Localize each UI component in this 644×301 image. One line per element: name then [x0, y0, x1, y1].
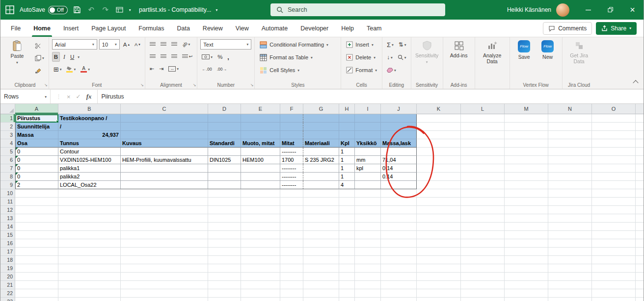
share-button[interactable]: Share ▾	[596, 22, 637, 35]
cell-I1[interactable]	[355, 114, 381, 123]
addins-button[interactable]: Add-ins	[446, 39, 472, 58]
cell-A3[interactable]: Massa	[15, 131, 58, 139]
cell-C6[interactable]: HEM-Profiili, kuumavalssattu	[121, 156, 208, 164]
undo-icon[interactable]: ↶	[86, 4, 96, 15]
cell-J20[interactable]	[381, 273, 417, 281]
cell-A1[interactable]: Piirustus	[15, 114, 58, 123]
cell-M10[interactable]	[505, 189, 548, 198]
cell-C8[interactable]	[121, 173, 208, 181]
cell-E11[interactable]	[241, 198, 280, 206]
cell-O16[interactable]	[592, 239, 636, 248]
quick-table-icon[interactable]	[115, 4, 125, 15]
qat-customize-chevron[interactable]: ▾	[129, 8, 131, 12]
cell-7[interactable]	[636, 164, 644, 173]
cell-H4[interactable]: Kpl	[339, 139, 355, 148]
cell-M6[interactable]	[505, 156, 548, 164]
cell-K17[interactable]	[417, 248, 461, 256]
cell-M9[interactable]	[505, 181, 548, 189]
number-format-select[interactable]: Text▾	[200, 39, 251, 50]
underline-chevron[interactable]: ▾	[78, 55, 80, 59]
column-header-H[interactable]: H	[339, 104, 355, 114]
cell-N13[interactable]	[548, 214, 592, 223]
sensitivity-button[interactable]: Sensitivity ▾	[414, 39, 440, 64]
cell-M8[interactable]	[505, 173, 548, 181]
column-header-L[interactable]: L	[461, 104, 505, 114]
cell-D7[interactable]	[208, 164, 241, 173]
cell-I19[interactable]	[355, 264, 381, 273]
cell-E18[interactable]	[241, 256, 280, 264]
tab-insert[interactable]: Insert	[57, 20, 85, 37]
row-header-20[interactable]: 20	[0, 273, 15, 281]
cell-B6[interactable]: VXDIN1025-HEM100	[58, 156, 121, 164]
cell-C1[interactable]	[121, 114, 208, 123]
find-select-button[interactable]: ▾	[396, 52, 408, 62]
cell-E4[interactable]: Muoto, mitat	[241, 139, 280, 148]
row-header-8[interactable]: 8	[0, 173, 15, 181]
cell-D20[interactable]	[208, 273, 241, 281]
cell-H1[interactable]	[339, 114, 355, 123]
cell-J7[interactable]: 0.14	[381, 164, 417, 173]
paste-button[interactable]: Paste ▾	[4, 39, 30, 65]
cell-K5[interactable]	[417, 148, 461, 156]
cell-N8[interactable]	[548, 173, 592, 181]
cell-M12[interactable]	[505, 206, 548, 214]
cell-O12[interactable]	[592, 206, 636, 214]
cell-B2[interactable]: /	[58, 123, 121, 131]
cell-O8[interactable]	[592, 173, 636, 181]
row-header-10[interactable]: 10	[0, 189, 15, 198]
cell-K10[interactable]	[417, 189, 461, 198]
cell-A2[interactable]: Suunnittelija	[15, 123, 58, 131]
row-header-9[interactable]: 9	[0, 181, 15, 189]
cell-E10[interactable]	[241, 189, 280, 198]
cell-A5[interactable]: 0	[15, 148, 58, 156]
row-header-1[interactable]: 1	[0, 114, 15, 123]
cell-I18[interactable]	[355, 256, 381, 264]
cell-J8[interactable]: 0.14	[381, 173, 417, 181]
cell-B7[interactable]: palikka1	[58, 164, 121, 173]
row-header-2[interactable]: 2	[0, 123, 15, 131]
column-header-N[interactable]: N	[548, 104, 592, 114]
cell-N14[interactable]	[548, 223, 592, 231]
align-center-button[interactable]	[159, 51, 168, 61]
cell-K16[interactable]	[417, 239, 461, 248]
cell-G8[interactable]	[303, 173, 339, 181]
cell-E19[interactable]	[241, 264, 280, 273]
cell-I6[interactable]: mm	[355, 156, 381, 164]
analyze-data-button[interactable]: Analyze Data	[478, 39, 507, 64]
cell-D17[interactable]	[208, 248, 241, 256]
cell-L18[interactable]	[461, 256, 505, 264]
cell-E16[interactable]	[241, 239, 280, 248]
cell-N21[interactable]	[548, 281, 592, 289]
cell-L14[interactable]	[461, 223, 505, 231]
cell-E22[interactable]	[241, 289, 280, 298]
cell-D8[interactable]	[208, 173, 241, 181]
cell-B20[interactable]	[58, 273, 121, 281]
cell-E15[interactable]	[241, 231, 280, 239]
cell-F1[interactable]	[280, 114, 303, 123]
column-header-F[interactable]: F	[280, 104, 303, 114]
merge-center-button[interactable]: ↔▾	[167, 64, 180, 74]
cell-J2[interactable]	[381, 123, 417, 131]
cell-K6[interactable]	[417, 156, 461, 164]
cell-H20[interactable]	[339, 273, 355, 281]
row-header-13[interactable]: 13	[0, 214, 15, 223]
cell-K3[interactable]	[417, 131, 461, 139]
cell-5[interactable]	[636, 148, 644, 156]
cell-E20[interactable]	[241, 273, 280, 281]
cell-H22[interactable]	[339, 289, 355, 298]
cell-L6[interactable]	[461, 156, 505, 164]
cell-B23[interactable]	[58, 298, 121, 301]
cell-E21[interactable]	[241, 281, 280, 289]
cell-G15[interactable]	[303, 231, 339, 239]
cell-A11[interactable]	[15, 198, 58, 206]
cell-N9[interactable]	[548, 181, 592, 189]
cell-H16[interactable]	[339, 239, 355, 248]
cell-N17[interactable]	[548, 248, 592, 256]
cell-G6[interactable]: S 235 JRG2	[303, 156, 339, 164]
cell-J16[interactable]	[381, 239, 417, 248]
cell-C21[interactable]	[121, 281, 208, 289]
flow-save-button[interactable]: Flow Save	[513, 39, 536, 60]
cell-O22[interactable]	[592, 289, 636, 298]
row-header-21[interactable]: 21	[0, 281, 15, 289]
cell-E5[interactable]	[241, 148, 280, 156]
